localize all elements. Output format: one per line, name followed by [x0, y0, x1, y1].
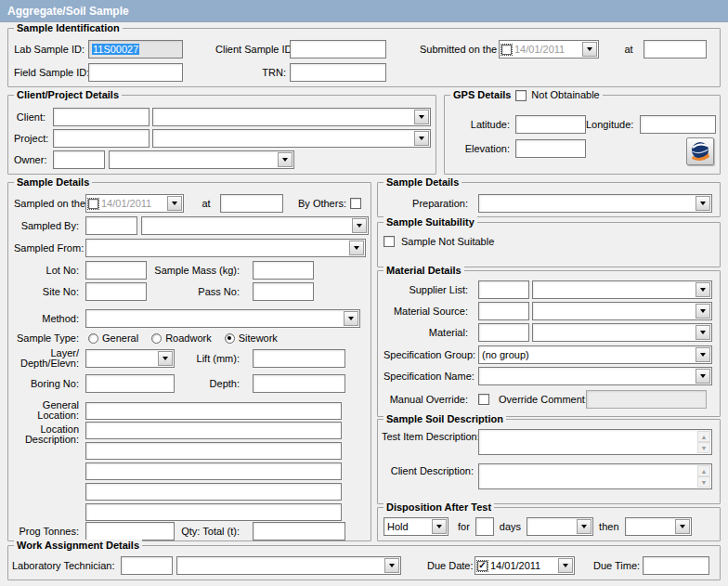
due-date-checkbox[interactable]: ✓: [477, 561, 488, 571]
material-source-code-field[interactable]: [478, 302, 529, 320]
trn-field[interactable]: [290, 63, 386, 82]
field-sample-id-field[interactable]: [88, 63, 183, 82]
supplier-list-dropdown[interactable]: [532, 280, 712, 299]
lab-sample-id-field[interactable]: 11S00027: [88, 40, 183, 59]
qty-total-field[interactable]: [253, 522, 345, 540]
scroll-down-icon[interactable]: ▼: [697, 442, 710, 453]
location-description-line-1[interactable]: [85, 422, 342, 439]
general-location-field[interactable]: [85, 402, 342, 420]
preparation-dropdown[interactable]: [478, 194, 712, 213]
owner-dropdown[interactable]: [109, 150, 294, 169]
pass-no-field[interactable]: [253, 282, 314, 301]
radio-roadwork[interactable]: [151, 333, 162, 344]
boring-no-field[interactable]: [85, 374, 175, 393]
due-time-field[interactable]: [643, 556, 709, 575]
method-dropdown[interactable]: [85, 309, 360, 328]
preparation-dropdown-button[interactable]: [696, 196, 710, 211]
longitude-field[interactable]: [640, 115, 716, 134]
sampled-date-checkbox[interactable]: ✓: [88, 199, 98, 209]
sampled-by-dropdown[interactable]: [141, 216, 369, 235]
owner-code-field[interactable]: [53, 150, 105, 169]
scroll-down-icon[interactable]: ▼: [697, 476, 710, 488]
radio-sitework[interactable]: [225, 333, 235, 344]
site-no-field[interactable]: [85, 282, 147, 301]
material-dropdown-button[interactable]: [696, 325, 710, 340]
location-description-line-2[interactable]: [85, 442, 342, 460]
location-description-line-4[interactable]: [85, 483, 342, 501]
submitted-time-field[interactable]: [644, 40, 707, 59]
submitted-date-picker[interactable]: ✓ 14/01/2011: [499, 40, 599, 59]
days-dropdown[interactable]: [526, 517, 593, 536]
disposition-action-dropdown-button[interactable]: [432, 519, 447, 534]
sample-not-suitable-checkbox[interactable]: ✓: [384, 236, 395, 247]
project-dropdown[interactable]: [152, 129, 431, 148]
days-count-field[interactable]: [475, 517, 494, 536]
override-comment-field[interactable]: [586, 390, 707, 409]
material-code-field[interactable]: [478, 323, 529, 342]
disposition-action-dropdown[interactable]: Hold: [384, 517, 448, 536]
sampled-date-dropdown-button[interactable]: [167, 196, 182, 211]
project-code-field[interactable]: [53, 129, 150, 148]
sampled-by-dropdown-button[interactable]: [352, 218, 367, 233]
sampled-from-dropdown[interactable]: [85, 239, 366, 257]
gps-map-button[interactable]: [686, 137, 714, 165]
radio-sitework-label: Sitework: [239, 332, 278, 344]
depth-field[interactable]: [253, 374, 345, 393]
project-dropdown-button[interactable]: [414, 131, 429, 146]
client-description-textarea[interactable]: ▲ ▼: [478, 463, 712, 489]
material-source-dropdown[interactable]: [532, 302, 712, 320]
location-description-line-3[interactable]: [85, 462, 342, 480]
layer-depth-dropdown[interactable]: [85, 349, 175, 368]
client-dropdown[interactable]: [152, 108, 431, 126]
layer-depth-dropdown-button[interactable]: [158, 351, 173, 366]
gps-not-obtainable-checkbox[interactable]: ✓: [515, 90, 526, 101]
laboratory-technician-dropdown[interactable]: [176, 556, 401, 575]
specification-group-dropdown[interactable]: (no group): [478, 345, 712, 364]
sampled-from-dropdown-button[interactable]: [349, 241, 364, 255]
chevron-down-icon: [172, 202, 177, 205]
specification-name-dropdown[interactable]: [478, 367, 712, 385]
lot-no-field[interactable]: [85, 261, 147, 280]
material-source-dropdown-button[interactable]: [696, 304, 710, 319]
sampled-by-code-field[interactable]: [85, 216, 137, 235]
trn-label: TRN:: [183, 67, 290, 78]
days-dropdown-button[interactable]: [577, 519, 592, 534]
specification-name-dropdown-button[interactable]: [696, 369, 710, 384]
laboratory-technician-code-field[interactable]: [121, 556, 173, 575]
elevation-field[interactable]: [515, 139, 586, 158]
location-description-line-5[interactable]: [85, 503, 342, 521]
submitted-date-checkbox[interactable]: ✓: [501, 45, 512, 55]
due-date-dropdown-button[interactable]: [558, 558, 573, 573]
row: Test Item Description: ▲ ▼: [382, 429, 716, 455]
latitude-field[interactable]: [515, 115, 586, 134]
then-dropdown[interactable]: [625, 517, 692, 536]
lift-field[interactable]: [253, 349, 345, 368]
scroll-up-icon[interactable]: ▲: [697, 465, 710, 476]
client-code-field[interactable]: [53, 108, 150, 126]
specification-group-dropdown-button[interactable]: [696, 347, 710, 362]
test-item-description-textarea[interactable]: ▲ ▼: [478, 429, 712, 455]
sampled-time-field[interactable]: [220, 194, 283, 213]
for-label: for: [458, 521, 470, 532]
material-dropdown[interactable]: [532, 323, 712, 342]
laboratory-technician-dropdown-button[interactable]: [384, 558, 399, 573]
manual-override-checkbox[interactable]: ✓: [478, 394, 489, 405]
due-date-value: 14/01/2011: [490, 560, 554, 571]
sample-type-label: Sample Type:: [14, 332, 83, 344]
client-dropdown-button[interactable]: [414, 110, 429, 124]
owner-dropdown-button[interactable]: [278, 152, 292, 167]
location-description-label-line2: Description:: [14, 435, 79, 445]
prog-tonnes-field[interactable]: [85, 522, 175, 540]
radio-general[interactable]: [88, 333, 98, 344]
scroll-up-icon[interactable]: ▲: [697, 431, 710, 442]
supplier-list-code-field[interactable]: [478, 280, 529, 299]
sample-mass-field[interactable]: [253, 261, 314, 280]
then-dropdown-button[interactable]: [675, 519, 690, 534]
submitted-date-dropdown-button[interactable]: [582, 42, 597, 57]
client-sample-id-field[interactable]: [290, 40, 386, 59]
by-others-checkbox[interactable]: ✓: [350, 198, 361, 209]
due-date-picker[interactable]: ✓ 14/01/2011: [474, 556, 575, 575]
method-dropdown-button[interactable]: [344, 311, 358, 326]
sampled-date-picker[interactable]: ✓ 14/01/2011: [85, 194, 184, 213]
supplier-list-dropdown-button[interactable]: [696, 282, 710, 297]
